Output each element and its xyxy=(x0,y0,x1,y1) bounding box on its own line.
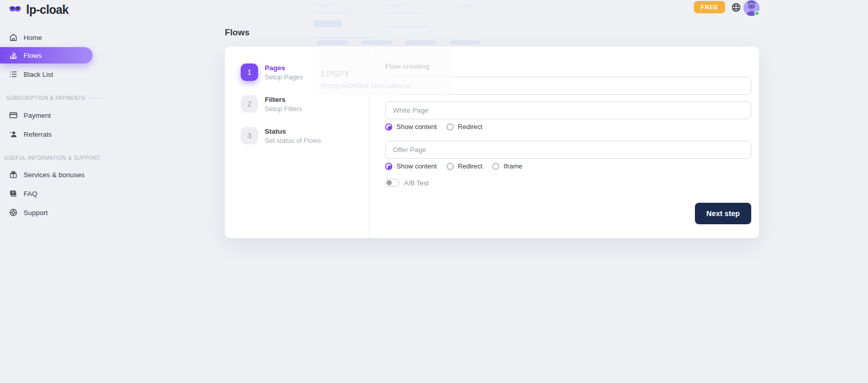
flow-creating-modal: 1 Pages Setup Pages 2 Filters Setup Filt… xyxy=(225,47,759,238)
lifebuoy-icon xyxy=(9,208,18,217)
step-number-badge: 1 xyxy=(241,63,258,81)
sidebar-section-subscription-title: SUBSCRIPTION & PAYMENTS xyxy=(0,95,105,101)
white-page-input[interactable] xyxy=(385,101,751,119)
step-status[interactable]: 3 Status Set status of Flows xyxy=(241,127,321,144)
modal-title: Flow creating xyxy=(385,62,751,70)
sidebar-item-referrals[interactable]: Referrals xyxy=(0,126,102,142)
radio-unselected-icon xyxy=(447,123,454,131)
sidebar-item-label: Services & bonuses xyxy=(24,171,84,179)
app-window: LPSPY lpspy.webstick.com.ua lp-cloak xyxy=(0,0,868,383)
sidebar-item-label: Flows xyxy=(24,52,41,59)
sidebar-item-black-list[interactable]: Black List xyxy=(0,66,102,82)
svg-text:?!: ?! xyxy=(11,191,14,195)
ab-test-label: A/B Test xyxy=(404,179,429,187)
logo[interactable]: lp-cloak xyxy=(8,3,69,17)
step-filters[interactable]: 2 Filters Setup Filters xyxy=(241,95,302,113)
credit-card-icon xyxy=(9,111,18,120)
step-title: Pages xyxy=(265,63,303,72)
ab-test-row: A/B Test xyxy=(385,179,751,187)
next-step-button[interactable]: Next step xyxy=(695,203,751,224)
list-icon xyxy=(9,70,18,79)
step-subtitle: Setup Filters xyxy=(265,105,302,113)
sidebar-section-support-title: USEFUL INFORMATION & SUPPORT xyxy=(0,155,105,161)
flows-icon xyxy=(9,51,18,60)
white-page-mode-group: Show content Redirect xyxy=(385,123,751,131)
step-title: Status xyxy=(265,127,321,135)
faq-chat-icon: ?! xyxy=(9,189,18,198)
sidebar-item-label: FAQ xyxy=(24,190,37,198)
radio-offer-iframe[interactable]: Iframe xyxy=(492,162,522,170)
offer-page-input[interactable] xyxy=(385,141,751,159)
home-icon xyxy=(9,33,18,42)
language-globe-icon[interactable] xyxy=(731,2,742,13)
sidebar-item-home[interactable]: Home xyxy=(0,29,102,46)
sidebar-item-label: Referrals xyxy=(24,131,52,138)
radio-selected-icon xyxy=(385,123,392,131)
step-subtitle: Set status of Flows xyxy=(265,137,321,144)
step-number-badge: 2 xyxy=(241,95,258,113)
sidebar-item-label: Support xyxy=(24,209,48,217)
step-pages[interactable]: 1 Pages Setup Pages xyxy=(241,63,303,81)
steps-column: 1 Pages Setup Pages 2 Filters Setup Filt… xyxy=(225,47,369,238)
sidebar-item-payment[interactable]: Payment xyxy=(0,107,102,123)
radio-selected-icon xyxy=(385,163,392,170)
logo-text: lp-cloak xyxy=(26,3,69,17)
sidebar-item-flows[interactable]: Flows xyxy=(0,47,93,63)
referral-user-icon xyxy=(9,130,18,139)
radio-unselected-icon xyxy=(447,163,454,170)
gift-icon xyxy=(9,170,18,179)
step-subtitle: Setup Pages xyxy=(265,73,303,81)
online-status-dot xyxy=(754,11,759,16)
sidebar-item-faq[interactable]: ?! FAQ xyxy=(0,185,102,202)
radio-offer-show-content[interactable]: Show content xyxy=(385,162,437,170)
step-number-badge: 3 xyxy=(241,127,258,144)
radio-offer-redirect[interactable]: Redirect xyxy=(447,162,482,170)
sidebar-item-label: Black List xyxy=(24,71,53,78)
mask-logo-icon xyxy=(8,3,22,17)
radio-unselected-icon xyxy=(492,163,499,170)
sidebar-item-label: Home xyxy=(24,34,42,41)
flow-name-input[interactable] xyxy=(385,77,751,95)
plan-badge[interactable]: FREE xyxy=(694,1,725,13)
sidebar-item-services-bonuses[interactable]: Services & bonuses xyxy=(0,166,102,183)
sidebar-item-support[interactable]: Support xyxy=(0,204,102,221)
sidebar: lp-cloak Home Flows xyxy=(0,0,108,383)
radio-white-redirect[interactable]: Redirect xyxy=(447,123,482,131)
step-title: Filters xyxy=(265,95,302,103)
ab-test-toggle[interactable] xyxy=(385,179,399,187)
sidebar-item-label: Payment xyxy=(24,112,51,119)
offer-page-mode-group: Show content Redirect Iframe xyxy=(385,162,751,170)
radio-white-show-content[interactable]: Show content xyxy=(385,123,437,131)
page-title: Flows xyxy=(225,28,249,38)
